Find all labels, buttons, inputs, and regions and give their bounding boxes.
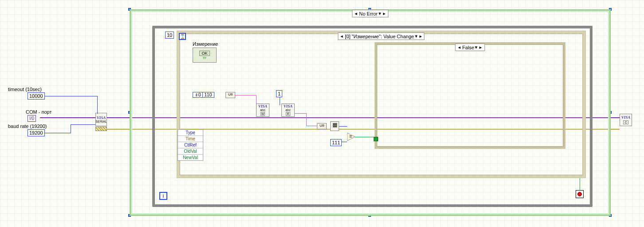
event-structure[interactable]: ◂ [0] "Измерение": Value Change ▾ ▸ 10 ⌛… <box>177 31 585 178</box>
loop-condition-terminal[interactable] <box>576 190 584 198</box>
block-diagram-canvas: timeout (10sec) 10000 COM - порт I/0 bau… <box>0 0 644 227</box>
while-loop[interactable]: i ◂ [0] "Измерение": Value Change ▾ ▸ 10… <box>152 26 593 207</box>
u8-cast-node[interactable]: U8 <box>225 92 235 98</box>
event-term-time: Time <box>178 136 203 142</box>
event-timeout-constant[interactable]: 10 <box>165 32 174 39</box>
case-selector-tunnel <box>374 137 378 141</box>
wire <box>306 113 307 126</box>
baud-constant[interactable]: 19200 <box>28 129 45 136</box>
array-index[interactable]: 0 <box>198 92 201 97</box>
dropdown-icon[interactable]: ▾ <box>379 11 381 16</box>
iteration-terminal: i <box>159 192 167 200</box>
wire <box>44 96 98 96</box>
visa-w-glyph: W <box>261 112 265 116</box>
ok-text: OK <box>199 51 209 56</box>
index-array-node[interactable]: ▦ <box>330 121 339 131</box>
event-data-terminals: Type Time CtlRef OldVal NewVal <box>178 129 203 161</box>
case-next-icon[interactable]: ▸ <box>382 11 387 16</box>
button-caption: Измерение <box>193 41 218 47</box>
case-prev-icon[interactable]: ◂ <box>457 45 462 50</box>
tf-glyph: TF <box>203 56 207 60</box>
visa-text: VISA <box>621 115 631 119</box>
case-structure-outer[interactable]: ◂ No Error ▾ ▸ i ◂ [0] "Измерение": Valu… <box>130 9 611 216</box>
visa-text: VISA <box>97 116 106 120</box>
u8-text: U8 <box>228 92 233 96</box>
visa-serial-configure-node[interactable]: VISA SERIAL <box>95 113 107 126</box>
array-value[interactable]: 110 <box>205 92 212 97</box>
visa-subtext: abc <box>260 108 265 112</box>
event-prev-icon[interactable]: ◂ <box>340 34 344 39</box>
boolean-ok-button-terminal[interactable]: OK TF <box>193 48 217 63</box>
visa-text: VISA <box>258 104 268 108</box>
wire <box>44 133 71 133</box>
wire <box>97 96 98 114</box>
wire <box>580 177 580 190</box>
u8-text: U8 <box>320 123 324 127</box>
array-glyph: ▦ <box>332 122 337 128</box>
visa-resource-wire <box>40 117 95 118</box>
wire <box>71 124 71 133</box>
iter-glyph: i <box>163 194 164 199</box>
event-term-oldval: OldVal <box>178 148 203 155</box>
event-timeout-terminal: ⌛ <box>179 33 186 40</box>
wire <box>342 142 347 142</box>
event-term-newval: NewVal <box>178 155 203 160</box>
command-array-constant[interactable]: ⇕0 110 <box>193 92 214 98</box>
timeout-label: timeout (10sec) <box>8 87 42 92</box>
wire <box>295 113 306 114</box>
timeout-constant[interactable]: 10000 <box>28 92 45 100</box>
visa-read-node[interactable]: VISA abc R <box>281 104 295 117</box>
event-next-icon[interactable]: ▸ <box>419 34 423 39</box>
event-selector[interactable]: ◂ [0] "Измерение": Value Change ▾ ▸ <box>338 32 424 40</box>
wire <box>306 126 317 126</box>
dropdown-icon[interactable]: ▾ <box>475 44 478 50</box>
event-term-type: Type <box>178 130 203 136</box>
com-port-terminal[interactable]: I/0 <box>28 115 36 122</box>
wire <box>280 97 280 105</box>
case-outer-selector[interactable]: ◂ No Error ▾ ▸ <box>352 10 388 17</box>
visa-close-node[interactable]: VISA C <box>620 114 632 126</box>
case-prev-icon[interactable]: ◂ <box>354 11 358 16</box>
compare-constant[interactable]: 111 <box>330 139 342 146</box>
u8-cast-node-2[interactable]: U8 <box>317 123 327 129</box>
case-outer-label: No Error <box>359 11 378 16</box>
error-cluster-terminal <box>95 127 107 131</box>
visa-subtext: abc <box>285 108 290 112</box>
dropdown-icon[interactable]: ▾ <box>415 33 418 39</box>
case-inner-selector[interactable]: ◂ False ▾ ▸ <box>455 44 485 51</box>
bytes-to-read-constant[interactable]: 1 <box>276 90 282 97</box>
visa-c-glyph: C <box>623 120 628 124</box>
wire <box>71 124 95 125</box>
visa-text: VISA <box>284 104 293 108</box>
case-next-icon[interactable]: ▸ <box>478 45 483 50</box>
equal-node[interactable]: = <box>347 133 355 141</box>
visa-subtext: SERIAL <box>96 120 107 123</box>
case-inner-label: False <box>462 45 474 50</box>
array-index-spinner[interactable]: ⇕ <box>195 93 198 97</box>
wire <box>235 95 257 96</box>
event-case-label: [0] "Измерение": Value Change <box>345 34 414 39</box>
visa-write-node[interactable]: VISA abc W <box>256 104 269 117</box>
case-structure-inner[interactable]: ◂ False ▾ ▸ <box>375 42 565 149</box>
visa-r-glyph: R <box>286 112 290 116</box>
baud-label: baud rate (19200) <box>8 123 47 129</box>
stop-icon <box>577 192 582 196</box>
wire <box>339 126 347 127</box>
event-term-ctlref: CtlRef <box>178 142 203 148</box>
svg-text:=: = <box>349 134 352 139</box>
wire <box>355 137 375 137</box>
com-port-label: COM - порт <box>26 109 51 115</box>
